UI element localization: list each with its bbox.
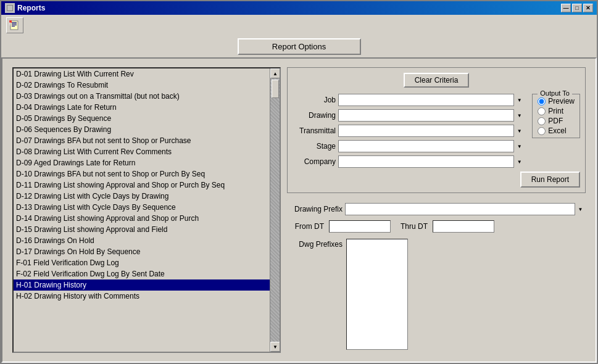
- radio-pdf[interactable]: [538, 117, 546, 125]
- job-label: Job: [293, 96, 336, 104]
- title-bar-buttons: — □ ✕: [561, 4, 593, 12]
- job-select[interactable]: [338, 94, 525, 106]
- list-item[interactable]: D-08 Drawing List With Current Rev Comme…: [14, 146, 270, 157]
- scrollbar: ▲ ▼: [270, 68, 280, 352]
- company-select[interactable]: [338, 155, 525, 168]
- stage-select-wrapper: ▼: [338, 140, 525, 152]
- output-to-group: Output To Preview Print: [532, 94, 580, 138]
- list-item[interactable]: D-05 Drawings By Sequence: [14, 113, 270, 124]
- drawing-row: Drawing ▼: [293, 109, 525, 122]
- scroll-up-button[interactable]: ▲: [270, 68, 280, 78]
- svg-rect-6: [12, 26, 15, 27]
- transmittal-label: Transmittal: [293, 126, 336, 135]
- list-item[interactable]: D-07 Drawings BFA but not sent to Shop o…: [14, 135, 270, 146]
- main-area: D-01 Drawing List With Current RevD-02 D…: [1, 57, 597, 363]
- radio-pdf-label[interactable]: PDF: [538, 117, 575, 125]
- title-bar: Reports — □ ✕: [1, 1, 597, 15]
- company-label: Company: [293, 157, 336, 166]
- list-item[interactable]: D-03 Drawings out on a Transmittal (but …: [14, 91, 270, 102]
- radio-print-label[interactable]: Print: [538, 107, 575, 115]
- list-item[interactable]: H-02 Drawing History with Comments: [14, 291, 270, 302]
- output-radio-group: Preview Print PDF: [538, 97, 575, 135]
- scroll-thumb[interactable]: [272, 80, 279, 98]
- output-to-legend: Output To: [538, 89, 572, 97]
- radio-excel-text: Excel: [548, 126, 566, 135]
- svg-text:!: !: [9, 22, 10, 26]
- drawing-prefix-label: Drawing Prefix: [287, 205, 343, 213]
- list-item[interactable]: D-09 Aged Drawings Late for Return: [14, 157, 270, 168]
- svg-rect-1: [7, 6, 12, 10]
- list-item[interactable]: D-06 Sequences By Drawing: [14, 124, 270, 135]
- list-item[interactable]: D-01 Drawing List With Current Rev: [14, 68, 270, 80]
- radio-pdf-text: PDF: [548, 117, 563, 125]
- list-item[interactable]: D-10 Drawings BFA but not sent to Shop o…: [14, 168, 270, 180]
- drawing-prefix-row: Drawing Prefix ▼: [287, 203, 586, 215]
- dwg-prefixes-section: Dwg Prefixes: [287, 239, 586, 350]
- list-item[interactable]: D-15 Drawing List showing Approval and F…: [14, 224, 270, 235]
- stage-row: Stage ▼: [293, 140, 525, 152]
- minimize-button[interactable]: —: [561, 4, 571, 12]
- dwg-prefixes-listbox[interactable]: [346, 239, 408, 350]
- list-item[interactable]: D-04 Drawings Late for Return: [14, 102, 270, 113]
- window-title: Reports: [17, 4, 45, 12]
- radio-preview-text: Preview: [548, 97, 575, 105]
- list-item[interactable]: H-01 Drawing History: [14, 279, 270, 291]
- drawing-prefix-select[interactable]: [345, 203, 586, 215]
- close-button[interactable]: ✕: [583, 4, 593, 12]
- transmittal-row: Transmittal ▼: [293, 125, 525, 137]
- thru-dt-input[interactable]: [433, 220, 494, 233]
- thru-dt-label: Thru DT: [401, 222, 428, 231]
- svg-rect-5: [12, 25, 17, 25]
- run-report-button[interactable]: Run Report: [520, 172, 580, 188]
- drawing-select-wrapper: ▼: [338, 109, 525, 122]
- drawing-prefix-select-wrapper: ▼: [345, 203, 586, 215]
- svg-rect-3: [12, 22, 17, 23]
- maximize-button[interactable]: □: [572, 4, 582, 12]
- job-select-wrapper: ▼: [338, 94, 525, 106]
- app-icon: [5, 3, 15, 13]
- date-range-row: From DT Thru DT: [287, 220, 586, 233]
- radio-preview[interactable]: [538, 97, 546, 105]
- clear-criteria-button[interactable]: Clear Criteria: [404, 73, 470, 88]
- drawing-label: Drawing: [293, 111, 336, 120]
- radio-preview-label[interactable]: Preview: [538, 97, 575, 105]
- list-item[interactable]: F-01 Field Verification Dwg Log: [14, 257, 270, 268]
- toolbar-icon-button[interactable]: !: [6, 17, 23, 33]
- radio-print[interactable]: [538, 107, 546, 115]
- list-item[interactable]: D-13 Drawing List with Cycle Days By Seq…: [14, 202, 270, 213]
- stage-label: Stage: [293, 142, 336, 151]
- company-select-wrapper: ▼: [338, 155, 525, 168]
- list-item[interactable]: D-12 Drawing List with Cycle Days by Dra…: [14, 191, 270, 202]
- list-item[interactable]: D-14 Drawing List showing Approval and S…: [14, 213, 270, 224]
- report-list-container: D-01 Drawing List With Current RevD-02 D…: [12, 67, 281, 353]
- radio-excel-label[interactable]: Excel: [538, 126, 575, 135]
- radio-print-text: Print: [548, 107, 563, 115]
- scroll-track-area[interactable]: [270, 78, 280, 342]
- list-item[interactable]: D-11 Drawing List showing Approval and S…: [14, 180, 270, 191]
- main-window: Reports — □ ✕ ! Report Options: [0, 0, 598, 364]
- company-row: Company ▼: [293, 155, 525, 168]
- job-row: Job ▼: [293, 94, 525, 106]
- drawing-select[interactable]: [338, 109, 525, 122]
- main-content: D-01 Drawing List With Current RevD-02 D…: [7, 64, 591, 357]
- transmittal-select-wrapper: ▼: [338, 125, 525, 137]
- report-options-button[interactable]: Report Options: [238, 38, 361, 55]
- list-item[interactable]: F-02 Field Verification Dwg Log By Sent …: [14, 268, 270, 279]
- radio-excel[interactable]: [538, 127, 546, 135]
- stage-select[interactable]: [338, 140, 525, 152]
- list-item[interactable]: D-16 Drawings On Hold: [14, 235, 270, 246]
- title-bar-left: Reports: [5, 3, 45, 13]
- toolbar: !: [1, 15, 597, 36]
- dwg-prefixes-label: Dwg Prefixes: [287, 239, 343, 249]
- report-list[interactable]: D-01 Drawing List With Current RevD-02 D…: [14, 68, 270, 352]
- from-dt-input[interactable]: [329, 220, 391, 233]
- right-panel: Clear Criteria Job ▼: [287, 67, 586, 353]
- report-options-bar: Report Options: [1, 36, 597, 57]
- from-dt-label: From DT: [287, 222, 324, 231]
- left-panel: D-01 Drawing List With Current RevD-02 D…: [12, 67, 281, 353]
- scroll-down-button[interactable]: ▼: [270, 342, 280, 352]
- list-item[interactable]: D-17 Drawings On Hold By Sequence: [14, 246, 270, 257]
- list-item[interactable]: D-02 Drawings To Resubmit: [14, 80, 270, 91]
- svg-rect-4: [12, 23, 17, 24]
- transmittal-select[interactable]: [338, 125, 525, 137]
